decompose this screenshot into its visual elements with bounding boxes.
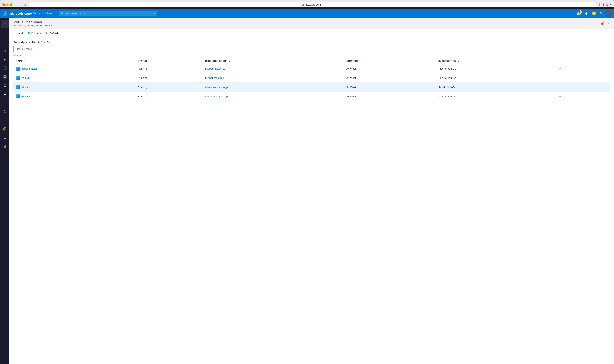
cube-icon: ◈	[4, 57, 6, 61]
col-resource-group[interactable]: RESOURCE GROUP ∨	[203, 58, 343, 64]
panel-header: Virtual machines ravindraasctyahooco (De…	[10, 18, 614, 29]
sidebar-item-kubernetes[interactable]: ⬡	[1, 107, 9, 115]
sidebar-item-vms[interactable]: 🖥	[1, 90, 9, 98]
sidebar-item-all-resources[interactable]: ▦	[1, 47, 9, 54]
browser-plus-icon[interactable]: +	[610, 3, 612, 6]
toolbar: + Add ⊞ Columns ↻ Refresh	[10, 29, 614, 38]
forward-button[interactable]: ›	[18, 2, 21, 7]
sidebar-item-more-1[interactable]: ⋯	[1, 99, 9, 107]
vm-row-icon	[16, 94, 20, 98]
settings-button[interactable]: ⚙	[583, 10, 589, 17]
sidebar-expand-button[interactable]: ›	[1, 355, 9, 363]
vm-name-link[interactable]: winvm3	[21, 95, 30, 98]
vm-name-link[interactable]: :WinVM	[21, 77, 30, 79]
sidebar-item-network[interactable]: 🌐	[1, 64, 9, 72]
main-panel: Virtual machines ravindraasctyahooco (De…	[10, 18, 614, 364]
columns-label: Columns	[31, 32, 41, 35]
sidebar-item-dashboard[interactable]: ⊞	[1, 38, 9, 46]
vm-subscription: Pay-As-You-Go	[436, 83, 555, 92]
item-count: 4 items	[14, 54, 610, 57]
hamburger-icon: ☰	[3, 31, 6, 35]
columns-button[interactable]: ⊞ Columns	[26, 30, 43, 36]
table-row[interactable]: winvm3 Running win-vm-resource-gp UK Wes…	[14, 92, 610, 101]
storage-icon: 💾	[3, 75, 7, 79]
vm-resource-group-link[interactable]: puppet-resource	[205, 77, 224, 79]
vm-name-link[interactable]: puppetmaster	[21, 67, 37, 70]
vm-resource-group-link[interactable]: win-vm-resource-gp	[205, 95, 228, 98]
sidebar-item-security[interactable]: 🔒	[1, 142, 9, 150]
globe-icon: 🌐	[3, 66, 7, 70]
add-button[interactable]: + Add	[14, 30, 25, 36]
vm-location: UK West	[343, 73, 436, 83]
sidebar-item-storage[interactable]: 💾	[1, 73, 9, 81]
vm-more-button[interactable]: ···	[558, 85, 564, 90]
sort-icon-rg: ∨	[229, 60, 231, 62]
sidebar-item-face[interactable]: 😊	[1, 125, 9, 133]
vm-more-button[interactable]: ···	[558, 66, 564, 71]
vm-name-link[interactable]: winvm14	[21, 86, 31, 89]
azure-logo: Microsoft Azure	[3, 11, 32, 16]
vm-subscription: Pay-As-You-Go	[436, 92, 555, 101]
refresh-button[interactable]: ↻ Refresh	[44, 30, 61, 36]
sidebar-item-cloud[interactable]: ☁	[1, 134, 9, 142]
table-row[interactable]: winvm14 Running win-vm-resource-gp UK We…	[14, 83, 610, 92]
col-name[interactable]: NAME ∨	[14, 58, 136, 64]
azure-logo-icon	[3, 11, 8, 16]
help-button[interactable]: ?	[599, 10, 604, 17]
vm-status: Running	[136, 73, 203, 83]
vm-icon: 🖥	[3, 92, 6, 96]
address-bar-url: portal.azure.com	[31, 3, 591, 6]
vm-subscription: Pay-As-You-Go	[436, 64, 555, 73]
sidebar-item-resource-groups[interactable]: ◈	[1, 55, 9, 63]
vm-resource-group-link[interactable]: puppetmaster-res	[205, 67, 225, 70]
close-traffic-light[interactable]	[2, 3, 5, 6]
sidebar-item-menu[interactable]: ☰	[1, 29, 9, 37]
sort-icon-sub: ∨	[458, 60, 459, 62]
table-row[interactable]: puppetmaster Running puppetmaster-res UK…	[14, 64, 610, 73]
pin-button[interactable]: 📌	[600, 21, 605, 26]
chevron-right-icon: ›	[4, 358, 5, 361]
sidebar-item-sql[interactable]: ⊡	[1, 81, 9, 89]
files-icon: 🗂	[3, 118, 6, 122]
face-icon: 😊	[3, 127, 7, 131]
search-icon: 🔍	[61, 12, 64, 15]
search-container: 🔍 ×	[58, 11, 157, 16]
header-icons-group: 🔔 2 ⚙ 🙂 ? 👤	[575, 10, 611, 17]
search-clear-icon[interactable]: ×	[154, 12, 155, 15]
col-actions	[555, 58, 610, 64]
col-subscription[interactable]: SUBSCRIPTION ∨	[436, 58, 555, 64]
panel-subtitle: ravindraasctyahooco (Default Directory)	[14, 24, 52, 27]
vm-more-button[interactable]: ···	[558, 75, 564, 80]
vm-more-button[interactable]: ···	[558, 94, 564, 99]
add-label: Add	[18, 32, 23, 35]
user-avatar[interactable]: 👤	[604, 10, 611, 17]
sort-icon-name: ∨	[24, 60, 26, 62]
kubernetes-icon: ⬡	[3, 110, 6, 113]
feedback-button[interactable]: 🙂	[590, 10, 598, 17]
vm-row-icon	[16, 76, 20, 80]
close-panel-button[interactable]: ×	[607, 21, 610, 26]
col-location[interactable]: LOCATION ∨	[343, 58, 436, 64]
maximize-traffic-light[interactable]	[10, 3, 13, 6]
vm-row-icon	[16, 85, 20, 89]
dots-icon: ⋯	[3, 101, 6, 105]
sidebar: + ☰ ⊞ ▦ ◈ 🌐 💾 ⊡ 🖥 ⋯ ⬡ 🗂	[0, 18, 10, 364]
subscription-value: Pay-As-You-Go	[32, 41, 50, 44]
table-row[interactable]: :WinVM Running puppet-resource UK West P…	[14, 73, 610, 83]
security-icon: 🔒	[3, 144, 7, 148]
back-button[interactable]: ‹	[14, 2, 17, 7]
notifications-button[interactable]: 🔔 2	[575, 10, 582, 17]
sidebar-add-button[interactable]: +	[1, 20, 9, 28]
search-input[interactable]	[66, 12, 152, 15]
browser-share-icon: ⬆	[602, 3, 604, 7]
vm-table: NAME ∨ STATUS RESOURCE GROUP ∨ LOCATION	[14, 58, 610, 101]
content-area: Subscriptions: Pay-As-You-Go 4 items NAM…	[10, 38, 614, 364]
columns-icon: ⊞	[27, 32, 30, 35]
subscription-bar: Subscriptions: Pay-As-You-Go	[14, 41, 610, 44]
vm-status: Running	[136, 64, 203, 73]
window-toggle-button[interactable]: ⧉	[23, 2, 27, 7]
sidebar-item-files[interactable]: 🗂	[1, 116, 9, 124]
filter-input[interactable]	[14, 46, 610, 52]
vm-resource-group-link[interactable]: win-vm-resource-gp	[205, 86, 228, 89]
minimize-traffic-light[interactable]	[6, 3, 9, 6]
